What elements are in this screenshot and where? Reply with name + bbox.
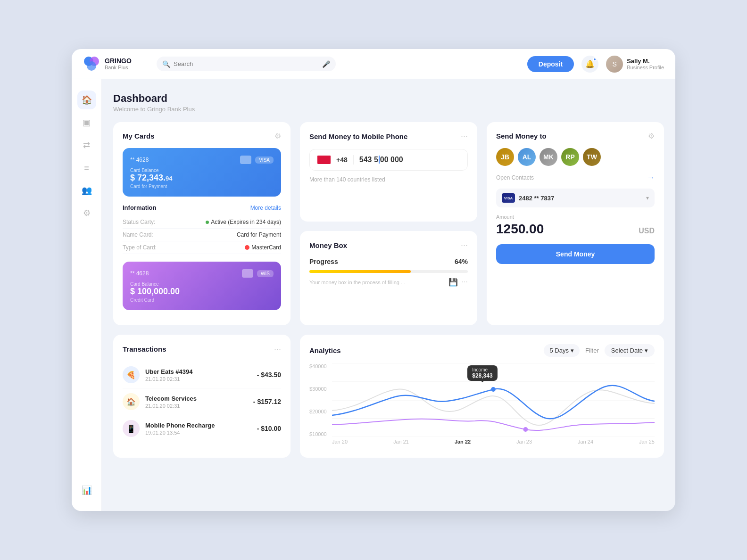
amount-row: 1250.00 USD bbox=[496, 222, 655, 237]
mic-icon[interactable]: 🎤 bbox=[322, 60, 330, 68]
transaction-info-telecom: Telecom Services 21.01.20 02:31 bbox=[145, 395, 248, 409]
card-type-badge-purple: WIS bbox=[257, 270, 274, 277]
amount-value[interactable]: 1250.00 bbox=[496, 222, 544, 237]
progress-percent: 64% bbox=[455, 258, 468, 265]
logo-text: GRINGO Bank Plus bbox=[105, 57, 132, 71]
header: GRINGO Bank Plus 🔍 🎤 Deposit 🔔 S Sally M… bbox=[72, 49, 675, 79]
card-select-dropdown[interactable]: VISA 2482 ** 7837 ▾ bbox=[496, 189, 655, 207]
notifications-button[interactable]: 🔔 bbox=[581, 56, 598, 73]
contact-avatar-5[interactable]: TW bbox=[583, 148, 601, 166]
card-balance-purple: $ 100,000.00 bbox=[130, 287, 274, 296]
sidebar: 🏠 ▣ ⇄ ≡ 👥 ⚙ 📊 bbox=[72, 79, 102, 511]
contact-avatar-4[interactable]: RP bbox=[561, 148, 579, 166]
grid-layout: My Cards ⚙ ** 4628 VISA Card Balance bbox=[113, 122, 664, 458]
x-label-jan24: Jan 24 bbox=[578, 439, 593, 448]
progress-label: Progress bbox=[309, 258, 338, 265]
filter-button[interactable]: Filter bbox=[585, 347, 599, 354]
transactions-menu-icon[interactable]: ··· bbox=[274, 344, 281, 354]
user-area[interactable]: S Sally M. Business Profile bbox=[606, 56, 664, 73]
logo-area: GRINGO Bank Plus bbox=[83, 56, 144, 73]
chart-svg-area: Income $28,343 bbox=[332, 363, 655, 437]
money-box-more-icon[interactable]: ··· bbox=[462, 278, 468, 287]
bank-card-blue: ** 4628 VISA Card Balance $ 72,343. 94 C… bbox=[123, 148, 281, 197]
sidebar-item-cards[interactable]: ▣ bbox=[77, 113, 96, 132]
send-to-gear-icon[interactable]: ⚙ bbox=[648, 132, 655, 140]
list-item: 🍕 Uber Eats #4394 21.01.20 02:31 - $43.5… bbox=[123, 362, 281, 388]
days-select-button[interactable]: 5 Days ▾ bbox=[544, 344, 579, 357]
name-label: Name Card: bbox=[123, 231, 153, 238]
contact-avatar-1[interactable]: JB bbox=[496, 148, 514, 166]
transactions-title: Transactions bbox=[123, 345, 166, 353]
search-input[interactable] bbox=[157, 57, 336, 71]
deposit-button[interactable]: Deposit bbox=[527, 56, 574, 72]
info-row-name: Name Card: Card for Payment bbox=[123, 229, 281, 241]
card-label-blue: Card for Payment bbox=[130, 184, 274, 189]
more-details-link[interactable]: More details bbox=[250, 205, 281, 211]
open-contacts-text: Open Contacts bbox=[496, 174, 534, 181]
list-item: 🏠 Telecom Services 21.01.20 02:31 - $157… bbox=[123, 388, 281, 415]
info-row-type: Type of Card: MasterCard bbox=[123, 241, 281, 254]
avatar: S bbox=[606, 56, 623, 73]
bank-card-top: ** 4628 VISA bbox=[130, 156, 274, 164]
transaction-date-telecom: 21.01.20 02:31 bbox=[145, 403, 248, 409]
contact-avatar-3[interactable]: MK bbox=[540, 148, 557, 166]
status-active-dot bbox=[206, 221, 209, 224]
svg-point-2 bbox=[87, 61, 96, 71]
analytics-controls: 5 Days ▾ Filter Select Date ▾ bbox=[544, 344, 655, 357]
transaction-amount-uber: - $43.50 bbox=[257, 371, 281, 379]
analytics-chart: $40000 $30000 $20000 $10000 bbox=[309, 363, 655, 448]
page-subtitle: Welcome to Gringo Bank Plus bbox=[113, 106, 664, 113]
money-box-header: Money Box ··· bbox=[309, 240, 468, 250]
progress-description: Your money box in the process of filling… bbox=[309, 280, 405, 285]
search-icon: 🔍 bbox=[162, 60, 170, 68]
sidebar-item-transfers[interactable]: ⇄ bbox=[77, 136, 96, 155]
transaction-name-mobile: Mobile Phone Recharge bbox=[145, 422, 251, 429]
days-select-label: 5 Days bbox=[549, 347, 568, 354]
card-label-purple: Credit Card bbox=[130, 297, 274, 303]
progress-fill bbox=[309, 270, 411, 273]
poland-flag-icon bbox=[317, 156, 331, 164]
contact-avatar-2[interactable]: AL bbox=[518, 148, 536, 166]
sidebar-item-settings[interactable]: ⚙ bbox=[77, 204, 96, 222]
money-box-title: Money Box bbox=[309, 241, 347, 249]
my-cards-header: My Cards ⚙ bbox=[123, 132, 281, 140]
type-label: Type of Card: bbox=[123, 244, 157, 251]
send-mobile-menu-icon[interactable]: ··· bbox=[461, 132, 468, 141]
user-info: Sally M. Business Profile bbox=[627, 58, 664, 70]
amount-section: Amount 1250.00 USD bbox=[496, 214, 655, 237]
my-cards-gear-icon[interactable]: ⚙ bbox=[274, 132, 281, 140]
info-section: Information More details Status Carty: A… bbox=[123, 204, 281, 254]
header-right: Deposit 🔔 S Sally M. Business Profile bbox=[527, 56, 664, 73]
x-label-jan23: Jan 23 bbox=[516, 439, 532, 448]
money-box-save-icon[interactable]: 💾 bbox=[448, 278, 458, 287]
transaction-icon-uber: 🍕 bbox=[123, 366, 140, 383]
select-date-button[interactable]: Select Date ▾ bbox=[605, 344, 655, 357]
brand-sub: Bank Plus bbox=[105, 65, 132, 71]
chart-y-labels: $40000 $30000 $20000 $10000 bbox=[309, 363, 331, 437]
transactions-section: Transactions ··· 🍕 Uber Eats #4394 21.01… bbox=[113, 335, 290, 458]
x-label-jan21: Jan 21 bbox=[393, 439, 409, 448]
sidebar-item-transactions[interactable]: ≡ bbox=[77, 158, 96, 177]
sidebar-item-dashboard[interactable]: 🏠 bbox=[77, 91, 96, 109]
bank-card-purple: ** 4628 WIS Card Balance $ 100,000.00 Cr… bbox=[123, 262, 281, 310]
user-name: Sally M. bbox=[627, 58, 664, 65]
y-label-20k: $20000 bbox=[309, 409, 327, 414]
phone-input-area[interactable]: +48 543 500 000 bbox=[309, 149, 468, 171]
send-mobile-title: Send Money to Mobile Phone bbox=[309, 132, 407, 140]
open-contacts-arrow-icon[interactable]: → bbox=[647, 173, 655, 182]
chevron-down-icon: ▾ bbox=[646, 195, 649, 201]
transaction-name-telecom: Telecom Services bbox=[145, 395, 248, 402]
sidebar-item-extra[interactable]: 📊 bbox=[77, 481, 96, 500]
money-box-menu-icon[interactable]: ··· bbox=[461, 240, 468, 250]
phone-number[interactable]: 543 500 000 bbox=[359, 156, 460, 164]
select-date-label: Select Date bbox=[611, 347, 643, 354]
x-label-jan22: Jan 22 bbox=[455, 439, 471, 448]
send-money-button[interactable]: Send Money bbox=[496, 244, 655, 264]
send-to-header: Send Money to ⚙ bbox=[496, 132, 655, 140]
phone-divider bbox=[353, 155, 354, 165]
app-container: GRINGO Bank Plus 🔍 🎤 Deposit 🔔 S Sally M… bbox=[72, 49, 675, 511]
open-contacts: Open Contacts → bbox=[496, 173, 655, 182]
sidebar-item-contacts[interactable]: 👥 bbox=[77, 181, 96, 200]
country-code: +48 bbox=[336, 156, 348, 164]
y-label-30k: $30000 bbox=[309, 386, 327, 392]
